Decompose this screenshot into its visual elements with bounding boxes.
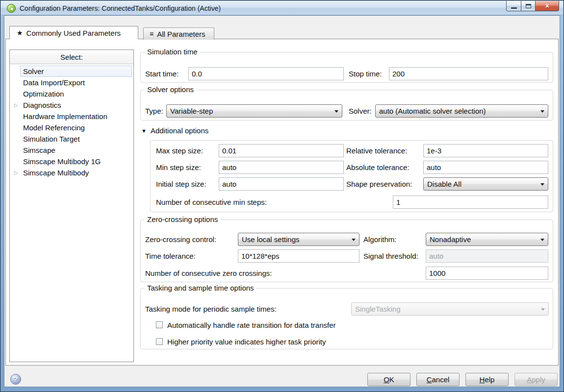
higher-priority-checkbox[interactable] — [156, 338, 163, 345]
auto-rate-transition-label: Automatically handle rate transition for… — [167, 321, 336, 329]
group-legend: Zero-crossing options — [145, 215, 220, 223]
apply-button: Apply — [514, 373, 558, 386]
close-button[interactable]: × — [536, 1, 559, 11]
absolute-tolerance-input[interactable] — [423, 161, 548, 174]
category-list: Solver Data Import/Export Optimization ▷… — [10, 64, 133, 178]
tab-all-parameters[interactable]: ≡ All Parameters — [143, 27, 214, 40]
initial-step-size-input[interactable] — [219, 177, 344, 191]
maximize-icon — [526, 4, 531, 8]
configuration-parameters-window: Configuration Parameters: ConnectedTanks… — [0, 0, 564, 392]
star-icon: ★ — [17, 29, 23, 37]
sidebar-item-data-import-export[interactable]: Data Import/Export — [10, 77, 133, 88]
window-title: Configuration Parameters: ConnectedTanks… — [20, 4, 221, 12]
auto-rate-transition-checkbox[interactable] — [156, 321, 163, 328]
tasking-mode-dropdown: SingleTasking — [351, 302, 549, 316]
solver-type-dropdown[interactable]: Variable-step — [166, 104, 342, 118]
title-bar[interactable]: Configuration Parameters: ConnectedTanks… — [1, 1, 563, 15]
signal-threshold-input — [426, 249, 548, 263]
expand-arrow-icon[interactable]: ▷ — [14, 167, 18, 178]
algorithm-dropdown[interactable]: Nonadaptive — [426, 233, 548, 246]
consecutive-zero-crossings-input[interactable] — [426, 267, 548, 280]
dropdown-arrow-icon — [540, 110, 544, 113]
algorithm-label: Algorithm: — [363, 235, 397, 244]
consecutive-min-steps-label: Number of consecutive min steps: — [156, 198, 267, 206]
max-step-size-input[interactable] — [219, 144, 344, 157]
solver-label: Solver: — [349, 107, 372, 115]
dropdown-arrow-icon — [540, 183, 544, 186]
group-legend: Solver options — [145, 85, 196, 94]
help-button[interactable]: Help — [465, 373, 509, 386]
signal-threshold-label: Signal threshold: — [363, 252, 418, 260]
additional-options-header: Additional options — [151, 126, 208, 135]
close-icon: × — [545, 2, 549, 10]
sidebar-item-solver[interactable]: Solver — [10, 66, 133, 77]
maximize-button[interactable] — [521, 1, 536, 11]
start-time-input[interactable] — [188, 67, 344, 80]
cancel-button[interactable]: Cancel — [416, 373, 460, 386]
consecutive-zero-crossings-label: Number of consecutive zero crossings: — [145, 269, 272, 277]
sidebar-item-simscape[interactable]: Simscape — [10, 145, 133, 156]
min-step-size-input[interactable] — [219, 161, 344, 174]
sidebar-item-simscape-multibody[interactable]: ▷Simscape Multibody — [10, 167, 133, 178]
tab-commonly-used-parameters[interactable]: ★ Commonly Used Parameters — [9, 26, 138, 39]
dropdown-arrow-icon — [541, 308, 545, 311]
ok-button[interactable]: OK — [367, 373, 410, 386]
expand-arrow-icon[interactable]: ▷ — [14, 99, 18, 111]
menu-icon: ≡ — [150, 30, 154, 38]
stop-time-input[interactable] — [389, 67, 548, 80]
start-time-label: Start time: — [145, 70, 179, 78]
tab-label: All Parameters — [157, 30, 205, 38]
zero-crossing-control-dropdown[interactable]: Use local settings — [238, 233, 359, 246]
sidebar-item-optimization[interactable]: Optimization — [10, 88, 133, 99]
minimize-icon — [511, 7, 517, 9]
tasking-mode-label: Tasking mode for periodic sample times: — [145, 305, 277, 313]
time-tolerance-input[interactable] — [238, 249, 359, 263]
higher-priority-label: Higher priority value indicates higher t… — [167, 338, 326, 346]
sidebar-header: Select: — [10, 50, 133, 64]
dialog-body: ★ Commonly Used Parameters ≡ All Paramet… — [4, 15, 560, 387]
sidebar-item-simscape-multibody-1g[interactable]: Simscape Multibody 1G — [10, 156, 133, 167]
absolute-tolerance-label: Absolute tolerance: — [346, 163, 409, 172]
initial-step-size-label: Initial step size: — [156, 180, 206, 188]
category-sidebar: Select: Solver Data Import/Export Optimi… — [9, 49, 134, 362]
dropdown-arrow-icon — [334, 110, 338, 113]
solver-dropdown[interactable]: auto (Automatic solver selection) — [375, 104, 548, 118]
dropdown-arrow-icon — [540, 239, 544, 241]
sidebar-item-model-referencing[interactable]: Model Referencing — [10, 122, 133, 133]
dropdown-arrow-icon — [352, 239, 356, 241]
group-legend: Simulation time — [145, 48, 200, 56]
simulink-config-icon — [7, 4, 16, 13]
sidebar-item-simulation-target[interactable]: Simulation Target — [10, 133, 133, 145]
tab-label: Commonly Used Parameters — [26, 29, 121, 37]
stop-time-label: Stop time: — [349, 70, 382, 78]
group-legend: Tasking and sample time options — [145, 284, 256, 292]
consecutive-min-steps-input[interactable] — [393, 196, 548, 209]
shape-preservation-label: Shape preservation: — [346, 180, 412, 188]
sidebar-item-hardware-implementation[interactable]: Hardware Implementation — [10, 111, 133, 122]
help-icon[interactable]: ? — [10, 374, 21, 385]
relative-tolerance-input[interactable] — [423, 144, 548, 157]
sidebar-item-diagnostics[interactable]: ▷Diagnostics — [10, 99, 133, 111]
min-step-size-label: Min step size: — [156, 163, 201, 172]
solver-type-label: Type: — [145, 107, 163, 115]
collapse-triangle-icon: ▼ — [141, 128, 147, 134]
shape-preservation-dropdown[interactable]: Disable All — [423, 177, 548, 191]
additional-options-toggle[interactable]: ▼ Additional options — [141, 126, 208, 135]
relative-tolerance-label: Relative tolerance: — [346, 147, 407, 155]
zero-crossing-control-label: Zero-crossing control: — [145, 235, 216, 244]
minimize-button[interactable] — [506, 1, 521, 11]
time-tolerance-label: Time tolerance: — [145, 252, 196, 260]
max-step-size-label: Max step size: — [156, 147, 203, 155]
